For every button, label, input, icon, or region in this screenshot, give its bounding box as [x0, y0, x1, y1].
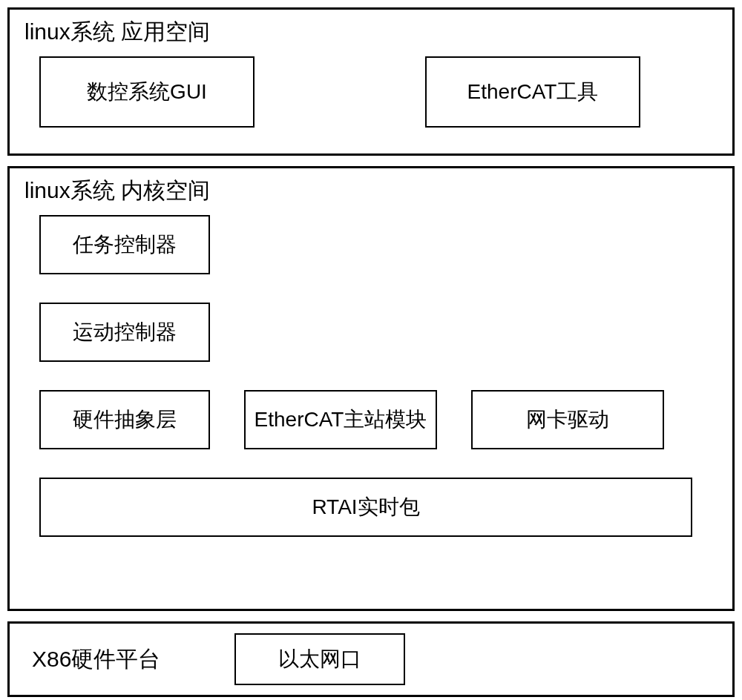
linux-kernel-space-section: linux系统 内核空间 任务控制器 运动控制器 硬件抽象层 EtherCAT主… [7, 166, 735, 611]
user-space-row: 数控系统GUI EtherCAT工具 [24, 56, 718, 128]
task-controller-box: 任务控制器 [39, 215, 210, 274]
ethercat-tool-box: EtherCAT工具 [425, 56, 640, 128]
ethercat-master-module-box: EtherCAT主站模块 [244, 390, 437, 449]
nic-driver-box: 网卡驱动 [471, 390, 664, 449]
ethernet-port-box: 以太网口 [234, 633, 405, 685]
kernel-space-column: 任务控制器 运动控制器 硬件抽象层 EtherCAT主站模块 网卡驱动 RTAI… [24, 215, 718, 537]
motion-controller-box: 运动控制器 [39, 303, 210, 362]
rtai-realtime-package-box: RTAI实时包 [39, 478, 692, 537]
user-space-title: linux系统 应用空间 [24, 17, 718, 47]
kernel-row-3: 硬件抽象层 EtherCAT主站模块 网卡驱动 [39, 390, 718, 449]
x86-hardware-platform-section: X86硬件平台 以太网口 [7, 621, 735, 697]
hw-platform-title: X86硬件平台 [32, 644, 160, 675]
cnc-gui-box: 数控系统GUI [39, 56, 255, 128]
linux-user-space-section: linux系统 应用空间 数控系统GUI EtherCAT工具 [7, 7, 735, 156]
kernel-space-title: linux系统 内核空间 [24, 176, 718, 206]
hardware-abstraction-layer-box: 硬件抽象层 [39, 390, 210, 449]
